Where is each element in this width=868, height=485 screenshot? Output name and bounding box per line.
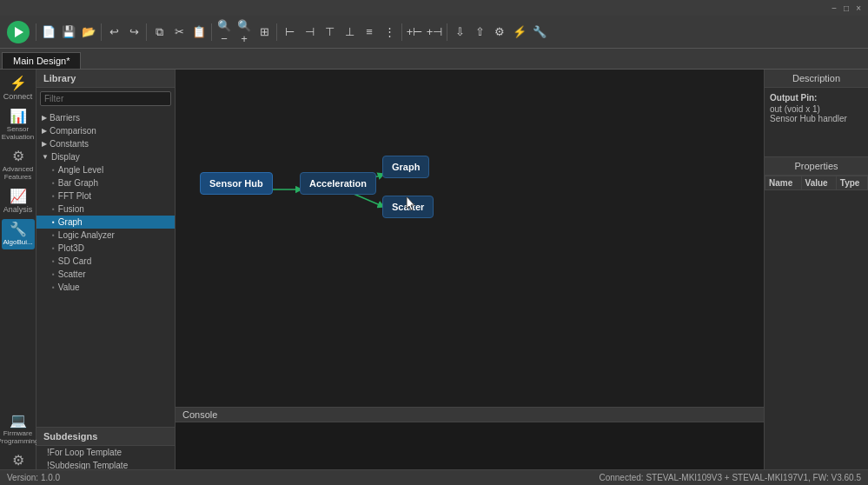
chevron-right-icon: ▶: [42, 140, 47, 148]
sidebar-item-sensor-eval[interactable]: 📊 SensorEvaluation: [2, 106, 35, 144]
chevron-down-icon: ▼: [42, 153, 49, 161]
connect-icon: ⚡: [10, 76, 27, 90]
maximize-btn[interactable]: □: [844, 3, 849, 13]
tree-item-plot3d[interactable]: Plot3D: [36, 242, 175, 255]
library-panel: Library ▶ Barriers ▶ Comparison: [36, 70, 176, 485]
open-button[interactable]: 📂: [79, 23, 98, 42]
distribute-v-button[interactable]: ⋮: [380, 23, 399, 42]
settings-nav-icon: ⚙: [12, 454, 24, 468]
tree-item-value[interactable]: Value: [36, 281, 175, 294]
export-button[interactable]: ⇧: [470, 23, 489, 42]
distribute-h-button[interactable]: ≡: [360, 23, 379, 42]
tree-group-barriers: ▶ Barriers: [36, 111, 175, 124]
new-button[interactable]: 📄: [39, 23, 58, 42]
compile-button[interactable]: ⚙: [490, 23, 509, 42]
tree-item-fusion[interactable]: Fusion: [36, 203, 175, 216]
zoom-out-button[interactable]: 🔍−: [215, 23, 234, 42]
design-canvas[interactable]: Sensor Hub Acceleration Graph Scatter: [176, 70, 764, 407]
tree-item-logic-analyzer[interactable]: Logic Analyzer: [36, 229, 175, 242]
flash-button[interactable]: ⚡: [510, 23, 529, 42]
description-title: Description: [765, 70, 868, 88]
properties-table: Name Value Type: [765, 176, 868, 190]
minimize-btn[interactable]: −: [832, 3, 837, 13]
add-input-button[interactable]: +⊢: [405, 23, 424, 42]
acceleration-node[interactable]: Acceleration: [300, 172, 376, 195]
sidebar-item-connect[interactable]: ⚡ Connect: [2, 73, 35, 104]
add-output-button[interactable]: +⊣: [425, 23, 444, 42]
acceleration-label: Acceleration: [309, 178, 367, 189]
chevron-right-icon: ▶: [42, 114, 47, 122]
side-nav: ⚡ Connect 📊 SensorEvaluation ⚙ AdvancedF…: [0, 70, 36, 485]
chevron-right-icon: ▶: [42, 127, 47, 135]
tree-group-constants: ▶ Constants: [36, 137, 175, 150]
version-label: Version: 1.0.0: [7, 473, 60, 482]
tab-bar: Main Design*: [0, 49, 868, 70]
console-title: Console: [176, 408, 764, 422]
run-button[interactable]: [7, 21, 30, 43]
copy-button[interactable]: ⧉: [149, 23, 169, 42]
connection-status: Connected: STEVAL-MKI109V3 + STEVAL-MKI1…: [599, 473, 861, 482]
tree-group-display: ▼ Display Angle Level Bar Graph FFT Plot…: [36, 150, 175, 294]
scatter-node[interactable]: Scatter: [382, 196, 434, 218]
save-button[interactable]: 💾: [59, 23, 78, 42]
tree-group-constants-header[interactable]: ▶ Constants: [36, 137, 175, 150]
align-right-button[interactable]: ⊣: [300, 23, 319, 42]
import-button[interactable]: ⇩: [450, 23, 469, 42]
properties-title: Properties: [765, 157, 868, 176]
connections-svg: [176, 70, 764, 407]
advanced-icon: ⚙: [12, 149, 24, 163]
filter-input[interactable]: [40, 91, 171, 106]
tree-group-comparison-header[interactable]: ▶ Comparison: [36, 124, 175, 137]
align-bottom-button[interactable]: ⊥: [340, 23, 359, 42]
tree-item-sd-card[interactable]: SD Card: [36, 255, 175, 268]
sidebar-item-advanced[interactable]: ⚙ AdvancedFeatures: [2, 146, 35, 184]
sensor-hub-label: Sensor Hub: [209, 178, 263, 189]
tree-item-angle-level[interactable]: Angle Level: [36, 163, 175, 176]
algobuild-icon: 🔧: [10, 223, 27, 236]
settings-button[interactable]: 🔧: [530, 23, 549, 42]
output-pin-value: out (void x 1): [770, 104, 863, 114]
props-col-type: Type: [836, 176, 867, 190]
sensor-eval-icon: 📊: [10, 110, 27, 123]
paste-button[interactable]: 📋: [189, 23, 209, 42]
zoom-in-button[interactable]: 🔍+: [235, 23, 254, 42]
right-panel: Description Output Pin: out (void x 1) S…: [764, 70, 868, 485]
tree-item-scatter[interactable]: Scatter: [36, 268, 175, 281]
sidebar-item-analysis[interactable]: 📈 Analysis: [2, 186, 35, 217]
align-top-button[interactable]: ⊤: [320, 23, 339, 42]
sidebar-item-algobuild[interactable]: 🔧 AlgoBui...: [2, 219, 35, 249]
scatter-label: Scatter: [392, 202, 424, 212]
svg-line-2: [354, 194, 384, 207]
output-pin-desc: Sensor Hub handler: [770, 114, 863, 123]
redo-button[interactable]: ↪: [124, 23, 143, 42]
tree-group-barriers-header[interactable]: ▶ Barriers: [36, 111, 175, 124]
undo-button[interactable]: ↩: [104, 23, 123, 42]
description-content: Output Pin: out (void x 1) Sensor Hub ha…: [765, 88, 868, 157]
status-bar: Version: 1.0.0 Connected: STEVAL-MKI109V…: [0, 469, 868, 485]
align-left-button[interactable]: ⊢: [280, 23, 299, 42]
sidebar-item-firmware[interactable]: 💻 FirmwareProgramming: [2, 410, 35, 448]
props-col-name: Name: [765, 176, 802, 190]
subdesigns-title: Subdesigns: [36, 427, 175, 446]
zoom-fit-button[interactable]: ⊞: [255, 23, 274, 42]
sensor-hub-node[interactable]: Sensor Hub: [200, 172, 273, 195]
library-title: Library: [36, 70, 175, 88]
cut-button[interactable]: ✂: [169, 23, 189, 42]
graph-node[interactable]: Graph: [382, 156, 429, 178]
subdesign-for-loop[interactable]: !For Loop Template: [36, 446, 175, 459]
close-btn[interactable]: ×: [856, 3, 861, 13]
top-bar: − □ ×: [0, 0, 868, 16]
tree-item-bar-graph[interactable]: Bar Graph: [36, 176, 175, 189]
filter-box: [36, 88, 175, 110]
graph-label: Graph: [392, 162, 420, 172]
tree-group-comparison: ▶ Comparison: [36, 124, 175, 137]
output-pin-label: Output Pin:: [770, 93, 863, 103]
main-design-tab[interactable]: Main Design*: [2, 52, 81, 69]
library-tree: ▶ Barriers ▶ Comparison ▶ Constants: [36, 110, 175, 427]
tree-group-display-header[interactable]: ▼ Display: [36, 150, 175, 163]
tree-item-fft-plot[interactable]: FFT Plot: [36, 189, 175, 203]
toolbar: 📄 💾 📂 ↩ ↪ ⧉ ✂ 📋 🔍− 🔍+ ⊞ ⊢ ⊣ ⊤ ⊥ ≡ ⋮ +⊢ +…: [0, 16, 868, 49]
tree-item-graph[interactable]: Graph: [36, 216, 175, 229]
canvas-area: Sensor Hub Acceleration Graph Scatter: [176, 70, 764, 485]
props-col-value: Value: [801, 176, 836, 190]
